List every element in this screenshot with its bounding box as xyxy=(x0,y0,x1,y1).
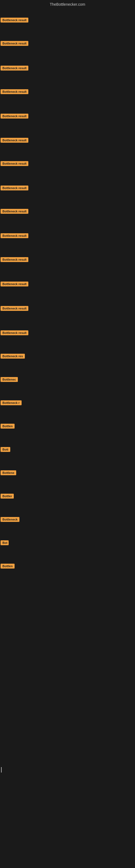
bottleneck-item-17: Bottleneck r xyxy=(1,400,21,406)
bottleneck-item-12: Bottleneck result xyxy=(1,282,28,287)
bottleneck-item-19: Bott xyxy=(1,447,10,453)
bottleneck-item-18: Bottlen xyxy=(1,424,14,430)
bottleneck-item-20: Bottlene xyxy=(1,470,16,476)
bottleneck-badge-8[interactable]: Bottleneck result xyxy=(1,186,28,190)
bottleneck-item-23: Bot xyxy=(1,540,9,546)
bottleneck-badge-9[interactable]: Bottleneck result xyxy=(1,209,28,214)
bottleneck-item-16: Bottlenec xyxy=(1,377,18,383)
bottleneck-item-8: Bottleneck result xyxy=(1,186,28,191)
bottleneck-item-14: Bottleneck result xyxy=(1,330,28,336)
bottleneck-item-3: Bottleneck result xyxy=(1,66,28,72)
bottleneck-item-13: Bottleneck result xyxy=(1,306,28,312)
bottleneck-item-22: Bottleneck xyxy=(1,517,19,523)
bottleneck-badge-10[interactable]: Bottleneck result xyxy=(1,233,28,238)
bottleneck-item-2: Bottleneck result xyxy=(1,41,28,47)
bottleneck-badge-14[interactable]: Bottleneck result xyxy=(1,330,28,335)
bottleneck-badge-15[interactable]: Bottleneck res xyxy=(1,354,25,359)
bottleneck-badge-6[interactable]: Bottleneck result xyxy=(1,138,28,143)
bottleneck-item-9: Bottleneck result xyxy=(1,209,28,215)
bottleneck-badge-3[interactable]: Bottleneck result xyxy=(1,66,28,70)
bottleneck-item-4: Bottleneck result xyxy=(1,89,28,95)
bottleneck-badge-4[interactable]: Bottleneck result xyxy=(1,89,28,94)
bottleneck-badge-2[interactable]: Bottleneck result xyxy=(1,41,28,46)
site-title: TheBottlenecker.com xyxy=(0,0,135,8)
bottleneck-badge-12[interactable]: Bottleneck result xyxy=(1,282,28,286)
bottleneck-badge-13[interactable]: Bottleneck result xyxy=(1,306,28,311)
bottleneck-item-15: Bottleneck res xyxy=(1,354,25,360)
bottleneck-badge-17[interactable]: Bottleneck r xyxy=(1,400,21,405)
bottleneck-item-6: Bottleneck result xyxy=(1,138,28,144)
bottleneck-badge-1[interactable]: Bottleneck result xyxy=(1,18,28,23)
bottleneck-badge-7[interactable]: Bottleneck result xyxy=(1,161,28,166)
bottleneck-item-24: Bottlen xyxy=(1,564,14,569)
bottleneck-badge-11[interactable]: Bottleneck result xyxy=(1,257,28,262)
bottleneck-item-7: Bottleneck result xyxy=(1,161,28,167)
bottleneck-item-5: Bottleneck result xyxy=(1,114,28,120)
bottleneck-badge-18[interactable]: Bottlen xyxy=(1,424,14,429)
bottleneck-badge-20[interactable]: Bottlene xyxy=(1,470,16,475)
bottleneck-badge-23[interactable]: Bot xyxy=(1,540,9,545)
bottleneck-badge-24[interactable]: Bottlen xyxy=(1,564,14,568)
bottleneck-item-1: Bottleneck result xyxy=(1,18,28,24)
bottleneck-item-10: Bottleneck result xyxy=(1,233,28,239)
cursor xyxy=(1,767,2,773)
bottleneck-badge-19[interactable]: Bott xyxy=(1,447,10,452)
bottleneck-badge-22[interactable]: Bottleneck xyxy=(1,517,19,522)
bottleneck-item-21: Bottler xyxy=(1,494,14,500)
bottleneck-item-11: Bottleneck result xyxy=(1,257,28,263)
bottleneck-badge-5[interactable]: Bottleneck result xyxy=(1,114,28,119)
bottleneck-badge-16[interactable]: Bottlenec xyxy=(1,377,18,382)
bottleneck-badge-21[interactable]: Bottler xyxy=(1,494,14,499)
